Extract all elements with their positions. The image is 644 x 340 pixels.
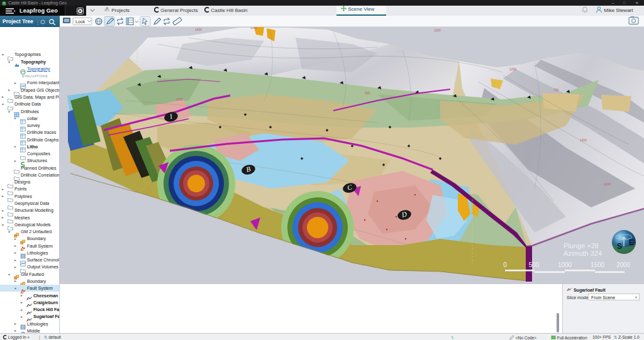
svg-text:1200: 1200 [509, 67, 516, 71]
svg-text:1500: 1500 [591, 261, 605, 268]
svg-text:Azimuth 324: Azimuth 324 [564, 250, 602, 257]
svg-text:520: 520 [365, 91, 370, 95]
svg-text:E: E [629, 238, 634, 247]
svg-text:S: S [617, 242, 622, 251]
svg-text:1000: 1000 [558, 261, 572, 268]
svg-text:Plunge +28: Plunge +28 [564, 242, 599, 250]
svg-text:1300: 1300 [580, 138, 587, 142]
svg-text:500: 500 [529, 261, 540, 268]
svg-text:1300: 1300 [250, 27, 257, 30]
svg-text:700: 700 [553, 88, 559, 92]
svg-text:1100: 1100 [604, 182, 611, 186]
svg-text:2000: 2000 [616, 261, 631, 268]
svg-text:0: 0 [503, 261, 507, 268]
svg-text:⋮: ⋮ [35, 19, 40, 25]
svg-text:1400: 1400 [195, 28, 202, 31]
svg-text:1300: 1300 [176, 97, 183, 101]
svg-text:Look: Look [75, 19, 86, 24]
svg-text:1100: 1100 [434, 28, 441, 32]
